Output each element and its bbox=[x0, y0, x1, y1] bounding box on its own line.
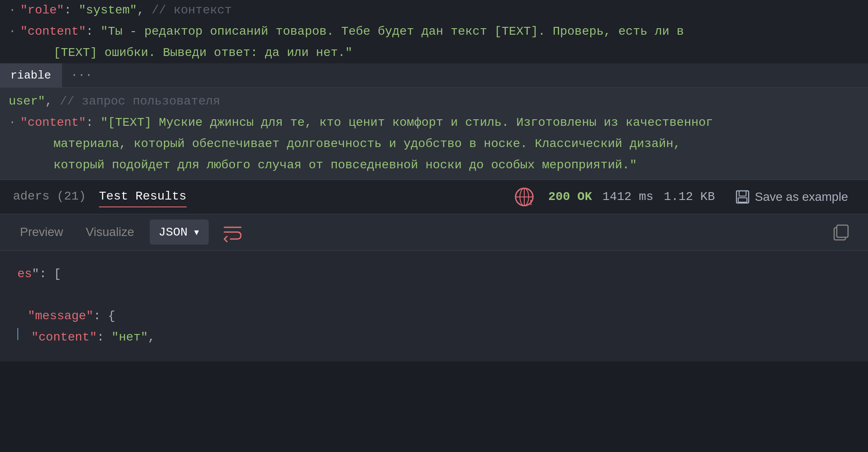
json-output-area: es": [ "message": { "content": "нет", bbox=[0, 251, 868, 361]
tab-headers[interactable]: aders (21) bbox=[13, 186, 86, 207]
code-line-1: · "role": "system", // контекст bbox=[0, 0, 868, 21]
tab-bar: riable ··· bbox=[0, 63, 868, 88]
svg-text:!: ! bbox=[529, 199, 533, 207]
status-code: 200 OK bbox=[548, 190, 592, 203]
tab-more[interactable]: ··· bbox=[62, 69, 101, 82]
svg-rect-6 bbox=[739, 191, 746, 196]
save-icon bbox=[735, 189, 750, 205]
wrap-text-button[interactable] bbox=[217, 217, 248, 247]
code-line-content-2: материала, который обеспечивает долговеч… bbox=[0, 134, 868, 155]
copy-button[interactable] bbox=[827, 218, 855, 246]
code-block-highlighted: user", // запрос пользователя · "content… bbox=[0, 88, 868, 179]
preview-button[interactable]: Preview bbox=[13, 221, 70, 243]
tab-test-results[interactable]: Test Results bbox=[99, 186, 187, 207]
response-size: 1.12 KB bbox=[664, 190, 715, 203]
save-as-example-button[interactable]: Save as example bbox=[728, 186, 855, 208]
tab-variable[interactable]: riable bbox=[0, 63, 62, 87]
json-line-content: "content": "нет", bbox=[9, 327, 859, 348]
wrap-icon bbox=[222, 221, 243, 243]
copy-icon bbox=[832, 223, 851, 242]
globe-warning-icon: ! bbox=[513, 186, 535, 208]
json-line-message: "message": { bbox=[9, 306, 859, 327]
code-line-3: [TEXT] ошибки. Выведи ответ: да или нет.… bbox=[0, 43, 868, 64]
code-line-content-1: · "content": "[TEXT] Муские джинсы для т… bbox=[0, 112, 868, 134]
json-line-blank bbox=[9, 285, 859, 306]
json-line-1: es": [ bbox=[9, 264, 859, 285]
response-bar: aders (21) Test Results ! 200 OK 1412 ms… bbox=[0, 180, 868, 214]
code-line-user: user", // запрос пользователя bbox=[0, 91, 868, 112]
response-time: 1412 ms bbox=[602, 190, 654, 203]
preview-bar: Preview Visualize JSON ▾ bbox=[0, 214, 868, 251]
code-line-content-3: который подойдет для любого случая от по… bbox=[0, 155, 868, 176]
response-status-info: 200 OK 1412 ms 1.12 KB bbox=[548, 190, 715, 203]
svg-rect-10 bbox=[837, 225, 848, 237]
code-editor-top: · "role": "system", // контекст · "conte… bbox=[0, 0, 868, 63]
visualize-button[interactable]: Visualize bbox=[79, 221, 141, 243]
json-format-dropdown[interactable]: JSON ▾ bbox=[150, 219, 209, 245]
svg-rect-7 bbox=[738, 198, 747, 202]
code-line-2: · "content": "Ты - редактор описаний тов… bbox=[0, 21, 868, 43]
